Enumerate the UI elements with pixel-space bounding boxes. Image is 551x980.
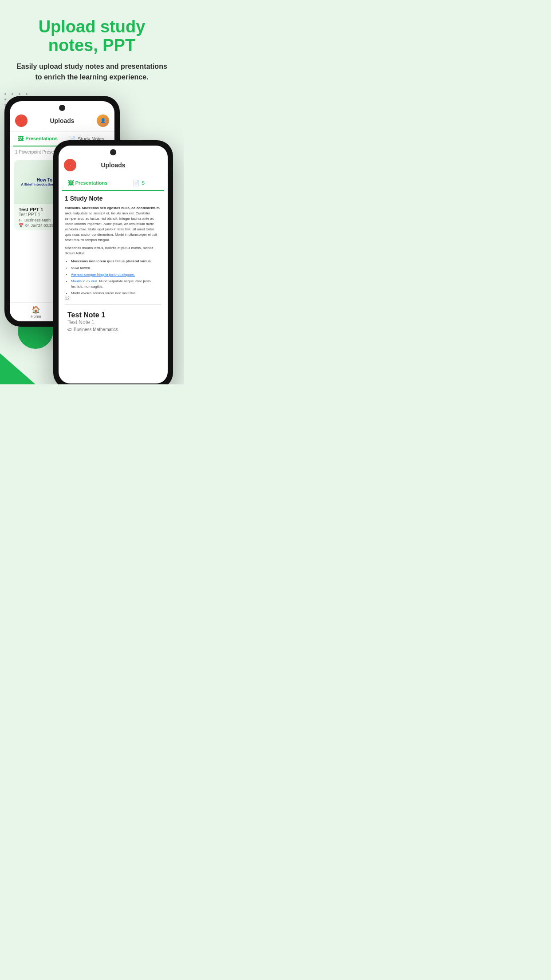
bullet-2: Nulla facilisi. (71, 265, 161, 271)
notes-body: convallis. Maecenas sed egestas nulla, a… (59, 205, 168, 294)
tag-icon: 🏷 (19, 218, 23, 222)
note-meta: 🏷 Business Mathematics (67, 327, 159, 332)
home-icon-back: 🏠 (31, 305, 40, 314)
app-title-back: Uploads (50, 117, 74, 124)
phone-front-content: 🔖 Uploads 🖼 Presentations 📄 S (59, 146, 168, 383)
phones-container: 🔖 Uploads 👤 🖼 Presentations 📄 St (0, 96, 184, 384)
avatar-img-back: 👤 (97, 115, 109, 127)
app-header-front: 🔖 Uploads (59, 159, 168, 176)
hero-subtitle: Easily upload study notes and presentati… (13, 61, 170, 83)
app-logo-front: 🔖 (64, 159, 76, 171)
bullet-3: Aenean congue fringilla justo ut aliquam… (71, 272, 161, 277)
hero-title: Upload study notes, PPT (13, 18, 170, 55)
tag-icon-front: 🏷 (67, 327, 72, 332)
study-notes-icon-front: 📄 (133, 180, 140, 186)
divider (65, 304, 161, 305)
notes-paragraph2: Maecenas mauris lectus, lobortis et puru… (65, 245, 161, 256)
phone-front: 🔖 Uploads 🖼 Presentations 📄 S (53, 140, 173, 384)
note-title: Test Note 1 (67, 311, 159, 319)
app-title-front: Uploads (101, 162, 125, 169)
presentations-icon-back: 🖼 (18, 135, 24, 142)
calendar-icon: 📅 (19, 223, 24, 228)
page-number: 12 (59, 294, 168, 303)
phone-notch-back (59, 105, 65, 111)
note-card[interactable]: Test Note 1 Test Note 1 🏷 Business Mathe… (63, 308, 163, 336)
hero-section: Upload study notes, PPT Easily upload st… (0, 0, 184, 91)
app-logo-back: 🔖 (15, 115, 28, 127)
notes-count: 1 Study Note (59, 191, 168, 205)
tab-presentations-back[interactable]: 🖼 Presentations (13, 132, 62, 146)
note-desc: Test Note 1 (67, 319, 159, 325)
bullet-4: Mauris id ex erat. Nunc vulputate neque … (71, 279, 161, 289)
tab-study-notes-front[interactable]: 📄 S (113, 176, 164, 191)
tab-presentations-front[interactable]: 🖼 Presentations (62, 176, 113, 191)
phone-front-screen: 🔖 Uploads 🖼 Presentations 📄 S (59, 146, 168, 383)
notes-paragraph: convallis. Maecenas sed egestas nulla, a… (65, 205, 161, 243)
app-header-back: 🔖 Uploads 👤 (10, 115, 114, 132)
bullet-1: Maecenas non lorem quis tellus placerat … (71, 259, 161, 264)
tabs-front: 🖼 Presentations 📄 S (59, 176, 168, 191)
bullet-5: Morbi viverra semper lorem nec molestie. (71, 291, 161, 294)
bullet-list: Maecenas non lorem quis tellus placerat … (65, 259, 161, 294)
avatar-back: 👤 (97, 115, 109, 127)
presentations-icon-front: 🖼 (68, 180, 74, 186)
green-triangle (0, 353, 35, 384)
phone-notch-front (110, 149, 116, 155)
